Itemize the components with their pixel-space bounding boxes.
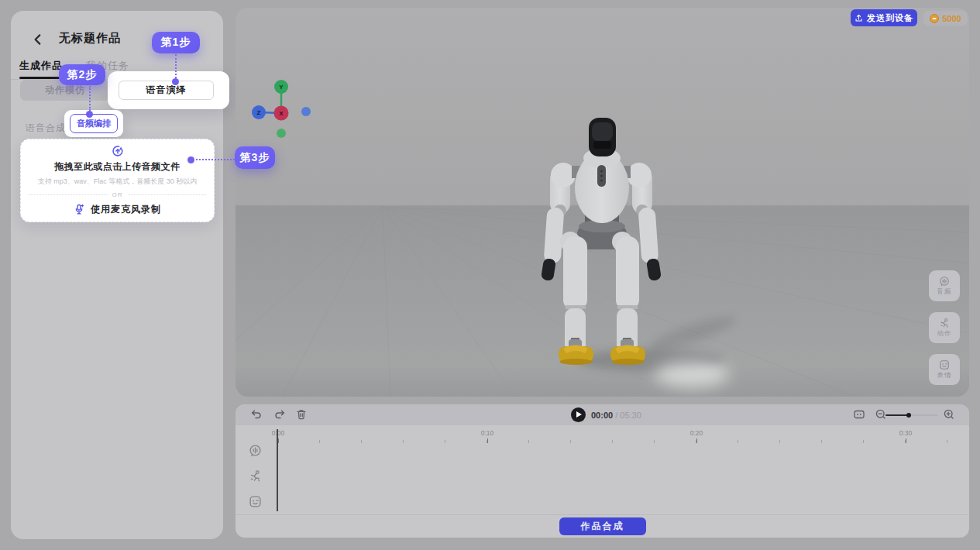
step-3-dot [187, 156, 194, 163]
current-time: 00:00 [591, 411, 613, 420]
audio-upload-dropzone[interactable]: 拖拽至此或点击上传音频文件 支持 mp3、wav、Flac 等格式，音频长度 3… [20, 139, 215, 222]
tool-motion-label: 动作 [937, 329, 952, 339]
subtab-voice-synthesis[interactable]: 语音合成 [26, 122, 66, 135]
redo-icon [273, 408, 286, 421]
axis-neg-z-handle[interactable] [301, 107, 311, 116]
play-icon [576, 411, 582, 418]
axis-x-label: X [279, 110, 284, 117]
timeline-zoom-slider[interactable] [885, 414, 938, 417]
ruler-label-2: 0:20 [690, 429, 703, 437]
expression-icon [939, 359, 950, 370]
coin-icon [930, 14, 939, 23]
ruler-label-1: 0:10 [481, 429, 494, 437]
audio-track-icon[interactable] [249, 444, 262, 457]
or-divider: OR [29, 191, 206, 198]
fit-range-icon [853, 408, 865, 421]
motion-track-icon[interactable] [249, 469, 262, 483]
axis-y-label: Y [279, 84, 284, 91]
mode-voice-performance-button[interactable]: 语音演绎 [119, 81, 214, 100]
timeline-ruler[interactable]: 0:00 0:10 0:20 0:30 [236, 425, 969, 445]
viewport-side-tools: 音频 动作 表情 [929, 270, 960, 385]
axis-neg-y-handle[interactable] [277, 129, 286, 138]
record-label: 使用麦克风录制 [91, 203, 161, 216]
upload-hint: 支持 mp3、wav、Flac 等格式，音频长度 30 秒以内 [38, 177, 198, 187]
undo-button[interactable] [249, 408, 263, 421]
chevron-left-icon [31, 33, 45, 46]
expression-track-icon[interactable] [249, 495, 262, 508]
upload-tray-icon [854, 14, 863, 22]
axis-gizmo[interactable]: Y Z X [251, 77, 332, 147]
upload-title: 拖拽至此或点击上传音频文件 [54, 160, 181, 174]
tab-generated-works[interactable]: 生成作品 [19, 59, 63, 79]
page-title: 无标题作品 [59, 31, 121, 46]
ruler-label-3: 0:30 [899, 429, 913, 437]
step-3-badge: 第3步 [235, 146, 275, 169]
or-label: OR [112, 191, 123, 198]
send-to-device-button[interactable]: 发送到设备 [851, 9, 917, 26]
zoom-slider-knob[interactable] [906, 413, 911, 418]
total-time: 05:30 [620, 411, 641, 420]
playhead[interactable] [277, 429, 278, 511]
timeline-footer-divider [236, 514, 969, 515]
ruler-minor-ticks [277, 440, 966, 443]
microphone-icon [74, 204, 85, 215]
sidebar: 无标题作品 生成作品 我的任务 动作模仿 语音演绎 语音合成 音频编排 拖拽至此… [11, 11, 223, 539]
or-divider-line-left [29, 194, 108, 195]
step-3-connector [196, 159, 235, 160]
step-2-connector [89, 86, 91, 111]
play-button[interactable] [571, 407, 586, 422]
redo-button[interactable] [273, 408, 286, 421]
or-divider-line-right [128, 194, 207, 195]
time-display: 00:00 / 05:30 [591, 411, 641, 420]
credits-amount: 5000 [942, 14, 961, 23]
spotlight-card-voice-performance: 语音演绎 [108, 71, 229, 109]
send-to-device-label: 发送到设备 [867, 12, 913, 24]
tool-audio-label: 音频 [937, 287, 952, 297]
ruler-label-0: 0:00 [272, 429, 285, 437]
magnifier-plus-icon [943, 408, 955, 421]
step-1-connector [175, 54, 177, 78]
tab-generated-works-label: 生成作品 [19, 60, 63, 71]
zoom-slider-fill [885, 414, 909, 416]
step-2-dot [86, 111, 93, 118]
tool-audio-button[interactable]: 音频 [929, 270, 960, 301]
timeline-panel: 00:00 / 05:30 0:00 0:10 0:20 0: [236, 404, 969, 538]
audio-icon [939, 276, 950, 287]
trash-icon [295, 408, 308, 421]
subtab-audio-arrange[interactable]: 音频编排 [70, 114, 118, 133]
zoom-in-button[interactable] [942, 408, 955, 421]
fit-timeline-button[interactable] [852, 408, 865, 421]
robot-model[interactable] [236, 8, 969, 397]
motion-icon [939, 318, 950, 328]
step-1-dot [172, 78, 179, 85]
compose-work-button[interactable]: 作品合成 [559, 517, 646, 535]
3d-viewport[interactable]: Y Z X 发送到设备 5000 音频 动作 [236, 8, 969, 397]
tool-motion-button[interactable]: 动作 [929, 312, 960, 343]
credits-badge[interactable]: 5000 [923, 11, 968, 26]
time-separator: / [615, 411, 617, 420]
record-with-mic-button[interactable]: 使用麦克风录制 [74, 203, 161, 216]
track-header-column [249, 444, 262, 508]
back-button[interactable] [31, 33, 45, 46]
delete-button[interactable] [294, 408, 308, 421]
spotlight-card-audio-arrange: 音频编排 [64, 110, 123, 137]
tool-expression-button[interactable]: 表情 [929, 354, 960, 385]
upload-audio-icon [112, 145, 124, 157]
tool-expression-label: 表情 [937, 371, 952, 380]
timeline-toolbar: 00:00 / 05:30 [236, 404, 969, 425]
axis-z-label: Z [257, 109, 261, 116]
step-1-badge: 第1步 [152, 32, 200, 53]
undo-icon [250, 408, 263, 421]
step-2-badge: 第2步 [59, 64, 105, 85]
